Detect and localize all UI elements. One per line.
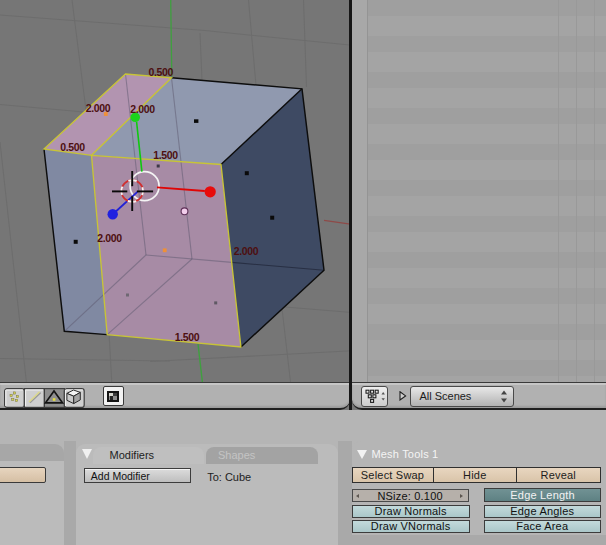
svg-text:2.000: 2.000 [130,103,155,115]
svg-text:2.000: 2.000 [234,245,259,257]
svg-text:0.500: 0.500 [60,141,85,153]
svg-text:1.500: 1.500 [153,149,178,161]
svg-text:2.000: 2.000 [97,232,122,244]
svg-text:1.500: 1.500 [175,331,200,343]
svg-text:2.000: 2.000 [86,102,111,114]
svg-text:0.500: 0.500 [149,66,174,78]
